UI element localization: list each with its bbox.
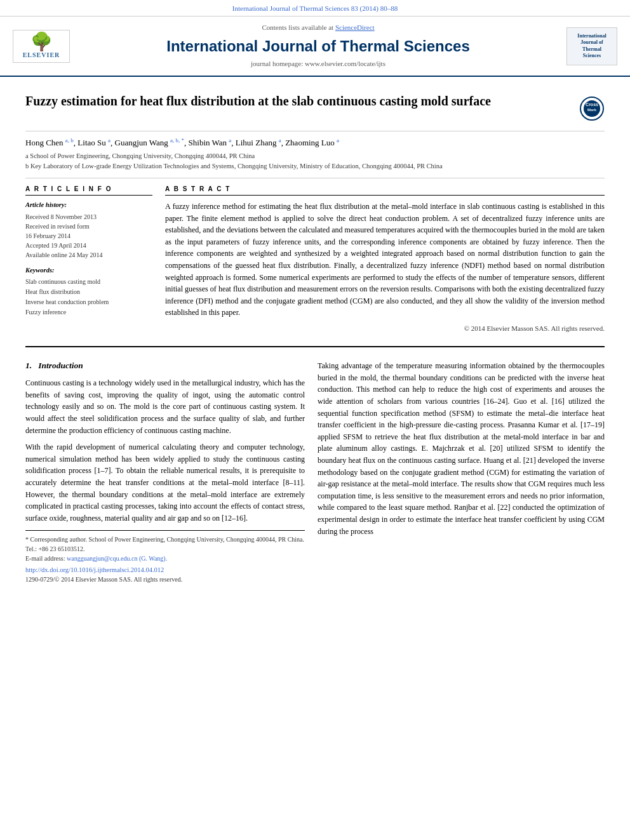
revised-date: 16 February 2014 — [25, 231, 152, 241]
elsevier-brand: ELSEVIER — [23, 51, 60, 60]
affiliation-b: b Key Laboratory of Low-grade Energy Uti… — [25, 161, 605, 171]
affiliations: a School of Power Engineering, Chongqing… — [25, 151, 605, 178]
footnote-section: * Corresponding author. School of Power … — [25, 530, 305, 563]
section-title-text: Introduction — [38, 361, 83, 370]
intro-para-1: Continuous casting is a technology widel… — [25, 377, 305, 436]
journal-reference-bar: International Journal of Thermal Science… — [0, 0, 630, 17]
introduction-heading: 1. Introduction — [25, 360, 305, 372]
author-lihui-zhang: Lihui Zhang a — [236, 138, 281, 147]
journal-reference-text: International Journal of Thermal Science… — [232, 4, 398, 12]
affiliation-a: a School of Power Engineering, Chongqing… — [25, 151, 605, 161]
email-label: E-mail address: — [25, 555, 65, 562]
author-hong-chen: Hong Chen a, b — [25, 138, 74, 147]
email-address[interactable]: wangguangjun@cqu.edu.cn (G. Wang). — [67, 555, 167, 562]
journal-homepage: journal homepage: www.elsevier.com/locat… — [76, 59, 560, 69]
right-logo-text: InternationalJournal ofThermalSciences — [570, 33, 614, 60]
copyright-line: © 2014 Elsevier Masson SAS. All rights r… — [165, 324, 605, 333]
doi-link[interactable]: http://dx.doi.org/10.1016/j.ijthermalsci… — [25, 566, 305, 575]
svg-text:Cross: Cross — [586, 102, 598, 107]
keyword-1: Slab continuous casting mold — [25, 277, 152, 287]
accepted-date: Accepted 19 April 2014 — [25, 241, 152, 250]
article-info-panel: A R T I C L E I N F O Article history: R… — [25, 185, 152, 333]
abstract-heading: A B S T R A C T — [165, 185, 605, 196]
sciencedirect-link[interactable]: ScienceDirect — [335, 23, 375, 31]
footnote-star: * Corresponding author. School of Power … — [25, 535, 305, 554]
revised-label: Received in revised form — [25, 222, 152, 231]
intro-right-para: Taking advantage of the temperature meas… — [318, 360, 605, 537]
article-info-abstract-section: A R T I C L E I N F O Article history: R… — [25, 178, 605, 340]
elsevier-logo-left: 🌳 ELSEVIER — [13, 30, 70, 63]
author-zhaoming-luo: Zhaoming Luo a — [285, 138, 339, 147]
issn-text: 1290-0729/© 2014 Elsevier Masson SAS. Al… — [25, 575, 305, 584]
section-divider — [25, 346, 605, 347]
authors-line: Hong Chen a, b, Litao Su a, Guangjun Wan… — [25, 131, 605, 152]
author-shibin-wan: Shibin Wan a — [189, 138, 232, 147]
abstract-panel: A B S T R A C T A fuzzy inference method… — [165, 185, 605, 333]
elsevier-tree-icon: 🌳 — [30, 33, 53, 51]
keyword-2: Heat flux distribution — [25, 287, 152, 297]
contents-available-line: Contents lists available at ScienceDirec… — [76, 23, 560, 32]
intro-para-2: With the rapid development of numerical … — [25, 441, 305, 524]
author-guangjun-wang: Guangjun Wang a, b, * — [115, 138, 185, 147]
article-info-heading: A R T I C L E I N F O — [25, 185, 152, 196]
keyword-3: Inverse heat conduction problem — [25, 297, 152, 307]
keywords-title: Keywords: — [25, 266, 152, 276]
footnote-email: E-mail address: wangguangjun@cqu.edu.cn … — [25, 554, 305, 563]
received-date: Received 8 November 2013 — [25, 212, 152, 222]
contents-text: Contents lists available at — [262, 23, 335, 31]
paper-title-section: Fuzzy estimation for heat flux distribut… — [25, 83, 605, 131]
paper-title: Fuzzy estimation for heat flux distribut… — [25, 93, 491, 109]
introduction-section: 1. Introduction Continuous casting is a … — [25, 354, 605, 584]
abstract-text: A fuzzy inference method for estimating … — [165, 201, 605, 319]
journal-title: International Journal of Thermal Science… — [76, 36, 560, 57]
svg-text:Mark: Mark — [587, 108, 597, 112]
keyword-4: Fuzzy inference — [25, 307, 152, 317]
intro-right-column: Taking advantage of the temperature meas… — [318, 360, 605, 584]
journal-center-info: Contents lists available at ScienceDirec… — [76, 23, 560, 69]
intro-left-column: 1. Introduction Continuous casting is a … — [25, 360, 305, 584]
main-content: Fuzzy estimation for heat flux distribut… — [0, 77, 630, 597]
author-litao-su: Litao Su a — [77, 138, 111, 147]
journal-right-logo: InternationalJournal ofThermalSciences — [566, 27, 617, 65]
keywords-section: Keywords: Slab continuous casting mold H… — [25, 266, 152, 318]
crossmark-badge: Cross Mark — [579, 96, 605, 124]
article-history-title: Article history: — [25, 201, 152, 210]
available-date: Available online 24 May 2014 — [25, 250, 152, 260]
section-number: 1. — [25, 361, 32, 370]
journal-header: 🌳 ELSEVIER Contents lists available at S… — [0, 17, 630, 76]
